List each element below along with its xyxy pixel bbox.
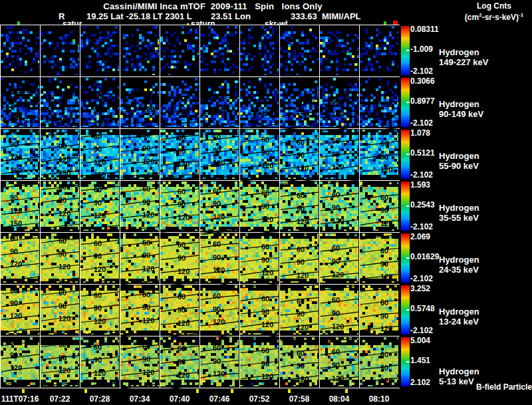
channel-label-row-4: Hydrogen24-35 keV	[439, 255, 479, 275]
colorbar-mid-value: 0.5748	[410, 304, 435, 313]
colorbar-max-value: 1.593	[410, 180, 430, 190]
time-tick-3: 07:34	[130, 394, 150, 404]
colorbar-max-value: 0.3066	[410, 76, 435, 86]
channel-label-row-6: Hydrogen5-13 keV	[439, 366, 479, 386]
channel-species: Hydrogen	[439, 99, 483, 109]
bottom-event-tick	[345, 389, 348, 393]
colorbar-mid-value: 0.2543	[410, 200, 435, 209]
channel-energy: 90-149 keV	[439, 109, 483, 119]
colorbar-row-1	[401, 78, 410, 127]
colorbar-min-value: -2.102	[410, 67, 433, 76]
colorbar-units-label: Log Cnts (cm2-sr-s-keV)-1	[458, 1, 531, 22]
colorbar-row-2	[401, 130, 410, 179]
channel-species: Hydrogen	[439, 307, 479, 317]
channel-species: Hydrogen	[439, 255, 479, 265]
time-tick-2: 07:28	[90, 394, 110, 404]
colorbar-mid-tick	[406, 205, 410, 207]
colorbar-max-value: 3.252	[410, 284, 430, 293]
bottom-event-tick	[288, 389, 291, 393]
colorbar-min-value: -2.102	[410, 222, 433, 231]
colorbar-row-5	[401, 285, 410, 335]
colorbar-row-3	[401, 182, 410, 231]
channel-species: Hydrogen	[439, 366, 479, 376]
colorbar-min-value: -2.102	[410, 274, 433, 283]
time-tick-7: 07:58	[289, 394, 310, 404]
channel-species: Hydrogen	[439, 151, 479, 161]
time-tick-8: 08:04	[329, 394, 350, 404]
units-title: Log Cnts	[458, 1, 531, 11]
channel-label-row-5: Hydrogen13-24 keV	[439, 307, 479, 327]
colorbar-mid-value: -1.009	[410, 45, 433, 54]
ephemeris-token: 23.51 Lon	[211, 11, 251, 21]
colorbar-mid-tick	[406, 50, 410, 51]
channel-species: Hydrogen	[439, 203, 479, 213]
channel-energy: 35-55 keV	[439, 213, 479, 223]
channel-energy: 149-227 keV	[439, 57, 488, 67]
colorbar-mid-value: 0.01629	[410, 252, 439, 261]
time-tick-1: 07:22	[50, 394, 70, 404]
colorbar-min-value: 2.102	[410, 378, 430, 387]
colorbar-mid-tick	[406, 102, 410, 103]
colorbar-min-value: -2.102	[410, 170, 433, 180]
time-tick-0: 111T07:16	[1, 394, 39, 404]
bottom-event-tick	[231, 389, 233, 393]
colorbar-row-6	[401, 337, 410, 386]
colorbar-mid-tick	[406, 361, 410, 362]
time-tick-6: 07:52	[249, 394, 270, 404]
colorbar-min-value: -2.102	[410, 326, 433, 335]
time-tick-9: 08:10	[369, 394, 390, 404]
colorbar-mid-value: 1.451	[410, 356, 430, 365]
bfield-flow-label: B-field Particle Flow	[476, 382, 532, 392]
units-formula: (cm2-sr-s-keV)-1	[458, 11, 531, 22]
colorbar-max-value: 1.078	[410, 128, 430, 138]
channel-label-row-2: Hydrogen55-90 keV	[439, 151, 479, 171]
channel-energy: 5-13 keV	[439, 376, 479, 386]
colorbar-mid-value: 0.5121	[410, 148, 435, 158]
bottom-event-tick	[196, 389, 199, 393]
colorbar-row-4	[401, 233, 410, 283]
channel-energy: 24-35 keV	[439, 265, 479, 275]
colorbar-max-value: 0.08311	[410, 25, 439, 34]
ephemeris-token: 19.25 Lat -25.18 LT 2301 L	[86, 11, 192, 21]
colorbar-mid-value: 0.8977	[410, 96, 435, 106]
ephemeris-token: MIMI/APL	[322, 11, 361, 21]
colorbar-max-value: 5.004	[410, 336, 430, 345]
colorbar-mid-tick	[406, 154, 410, 155]
spectrogram-canvas	[0, 25, 400, 388]
cassini-mimi-inca-display: Cassini/MIMI Inca mTOF 2009-111 Spin Ion…	[0, 0, 532, 405]
colorbar-mid-tick	[406, 309, 410, 311]
bottom-event-tick	[84, 389, 87, 393]
channel-label-row-0: Hydrogen149-227 keV	[439, 47, 488, 67]
ephemeris-token: 333.63	[291, 11, 317, 21]
colorbar-row-0	[401, 26, 410, 75]
colorbar-max-value: 2.069	[410, 232, 430, 241]
channel-label-row-1: Hydrogen90-149 keV	[439, 99, 483, 119]
channel-label-row-3: Hydrogen35-55 keV	[439, 203, 479, 223]
colorbar-min-value: -2.102	[410, 118, 433, 128]
bottom-event-tick	[22, 389, 25, 393]
channel-energy: 13-24 keV	[439, 317, 479, 327]
time-tick-5: 07:46	[209, 394, 230, 404]
page-title: Cassini/MIMI Inca mTOF 2009-111 Spin Ion…	[7, 1, 419, 11]
time-tick-4: 07:40	[170, 394, 190, 404]
colorbar-mid-tick	[406, 257, 410, 259]
channel-energy: 55-90 keV	[439, 161, 479, 171]
channel-species: Hydrogen	[439, 47, 488, 57]
